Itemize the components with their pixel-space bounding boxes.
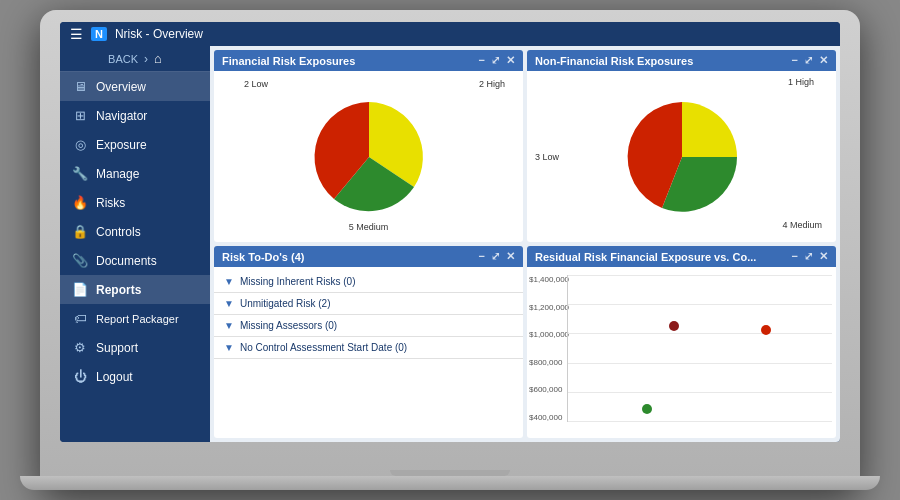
title-bar: ☰ N Nrisk - Overview bbox=[60, 22, 840, 46]
resize-btn-non-financial[interactable]: ⤢ bbox=[804, 54, 813, 67]
pie-chart-non-financial: 1 High 3 Low 4 Medium bbox=[527, 71, 836, 242]
widget-title-residual: Residual Risk Financial Exposure vs. Co.… bbox=[535, 251, 756, 263]
grid-line-4 bbox=[568, 363, 832, 364]
close-btn-residual[interactable]: ✕ bbox=[819, 250, 828, 263]
sidebar-label-controls: Controls bbox=[96, 225, 141, 239]
close-btn-non-financial[interactable]: ✕ bbox=[819, 54, 828, 67]
y-label-1: $1,400,000 bbox=[529, 275, 569, 284]
widget-controls-financial: − ⤢ ✕ bbox=[479, 54, 515, 67]
chevron-right-icon: › bbox=[144, 52, 148, 66]
y-label-6: $400,000 bbox=[529, 413, 569, 422]
sidebar-label-support: Support bbox=[96, 341, 138, 355]
todo-label-3: Missing Assessors (0) bbox=[240, 320, 337, 331]
minimize-btn-residual[interactable]: − bbox=[792, 250, 798, 263]
resize-btn-financial[interactable]: ⤢ bbox=[491, 54, 500, 67]
sidebar-item-exposure[interactable]: ◎ Exposure bbox=[60, 130, 210, 159]
todo-arrow-4: ▼ bbox=[224, 342, 234, 353]
sidebar-label-manage: Manage bbox=[96, 167, 139, 181]
sidebar-label-packager: Report Packager bbox=[96, 313, 179, 325]
sidebar-item-documents[interactable]: 📎 Documents bbox=[60, 246, 210, 275]
widget-header-non-financial: Non-Financial Risk Exposures − ⤢ ✕ bbox=[527, 50, 836, 71]
todo-label-2: Unmitigated Risk (2) bbox=[240, 298, 331, 309]
widget-non-financial-risk: Non-Financial Risk Exposures − ⤢ ✕ bbox=[527, 50, 836, 242]
logout-icon: ⏻ bbox=[72, 369, 88, 384]
sidebar-item-controls[interactable]: 🔒 Controls bbox=[60, 217, 210, 246]
sidebar-label-reports: Reports bbox=[96, 283, 141, 297]
sidebar-back[interactable]: BACK › ⌂ bbox=[60, 46, 210, 72]
sidebar-item-support[interactable]: ⚙ Support bbox=[60, 333, 210, 362]
laptop-frame: ☰ N Nrisk - Overview BACK › ⌂ 🖥 Overview… bbox=[40, 10, 860, 490]
pie-label-low-non-financial: 3 Low bbox=[535, 152, 559, 162]
close-btn-financial[interactable]: ✕ bbox=[506, 54, 515, 67]
todo-item-1[interactable]: ▼ Missing Inherent Risks (0) bbox=[214, 271, 523, 293]
widget-controls-todo: − ⤢ ✕ bbox=[479, 250, 515, 263]
risks-icon: 🔥 bbox=[72, 195, 88, 210]
navigator-icon: ⊞ bbox=[72, 108, 88, 123]
widget-todo: Risk To-Do's (4) − ⤢ ✕ ▼ Missing Inheren… bbox=[214, 246, 523, 438]
todo-label-1: Missing Inherent Risks (0) bbox=[240, 276, 356, 287]
resize-btn-residual[interactable]: ⤢ bbox=[804, 250, 813, 263]
grid-line-5 bbox=[568, 392, 832, 393]
pie-chart-financial: 2 Low 2 High 5 Medium bbox=[214, 71, 523, 242]
todo-item-4[interactable]: ▼ No Control Assessment Start Date (0) bbox=[214, 337, 523, 359]
sidebar: BACK › ⌂ 🖥 Overview ⊞ Navigator ◎ Exposu… bbox=[60, 46, 210, 442]
todo-item-3[interactable]: ▼ Missing Assessors (0) bbox=[214, 315, 523, 337]
sidebar-label-documents: Documents bbox=[96, 254, 157, 268]
widget-header-todo: Risk To-Do's (4) − ⤢ ✕ bbox=[214, 246, 523, 267]
reports-icon: 📄 bbox=[72, 282, 88, 297]
pie-label-medium-non-financial: 4 Medium bbox=[782, 220, 822, 230]
scatter-y-labels: $1,400,000 $1,200,000 $1,000,000 $800,00… bbox=[529, 275, 569, 422]
widget-controls-residual: − ⤢ ✕ bbox=[792, 250, 828, 263]
home-icon: ⌂ bbox=[154, 51, 162, 66]
minimize-btn-todo[interactable]: − bbox=[479, 250, 485, 263]
sidebar-item-manage[interactable]: 🔧 Manage bbox=[60, 159, 210, 188]
widget-controls-non-financial: − ⤢ ✕ bbox=[792, 54, 828, 67]
overview-icon: 🖥 bbox=[72, 79, 88, 94]
widget-body-todo: ▼ Missing Inherent Risks (0) ▼ Unmitigat… bbox=[214, 267, 523, 438]
back-label: BACK bbox=[108, 53, 138, 65]
close-btn-todo[interactable]: ✕ bbox=[506, 250, 515, 263]
widget-body-non-financial: 1 High 3 Low 4 Medium bbox=[527, 71, 836, 242]
grid-line-2 bbox=[568, 304, 832, 305]
sidebar-item-report-packager[interactable]: 🏷 Report Packager bbox=[60, 304, 210, 333]
minimize-btn-non-financial[interactable]: − bbox=[792, 54, 798, 67]
todo-list: ▼ Missing Inherent Risks (0) ▼ Unmitigat… bbox=[214, 267, 523, 363]
manage-icon: 🔧 bbox=[72, 166, 88, 181]
controls-icon: 🔒 bbox=[72, 224, 88, 239]
resize-btn-todo[interactable]: ⤢ bbox=[491, 250, 500, 263]
grid-line-1 bbox=[568, 275, 832, 276]
todo-arrow-1: ▼ bbox=[224, 276, 234, 287]
sidebar-item-navigator[interactable]: ⊞ Navigator bbox=[60, 101, 210, 130]
pie-label-high-financial: 2 High bbox=[479, 79, 505, 89]
pie-label-low-financial: 2 Low bbox=[244, 79, 268, 89]
packager-icon: 🏷 bbox=[72, 311, 88, 326]
grid-line-6 bbox=[568, 421, 832, 422]
sidebar-item-reports[interactable]: 📄 Reports bbox=[60, 275, 210, 304]
main-area: BACK › ⌂ 🖥 Overview ⊞ Navigator ◎ Exposu… bbox=[60, 46, 840, 442]
scatter-grid bbox=[567, 275, 832, 422]
widget-financial-risk: Financial Risk Exposures − ⤢ ✕ bbox=[214, 50, 523, 242]
widget-residual-risk: Residual Risk Financial Exposure vs. Co.… bbox=[527, 246, 836, 438]
y-label-5: $600,000 bbox=[529, 385, 569, 394]
sidebar-item-overview[interactable]: 🖥 Overview bbox=[60, 72, 210, 101]
scatter-dot-2 bbox=[761, 325, 771, 335]
todo-label-4: No Control Assessment Start Date (0) bbox=[240, 342, 407, 353]
widget-header-financial: Financial Risk Exposures − ⤢ ✕ bbox=[214, 50, 523, 71]
todo-arrow-3: ▼ bbox=[224, 320, 234, 331]
sidebar-label-logout: Logout bbox=[96, 370, 133, 384]
todo-item-2[interactable]: ▼ Unmitigated Risk (2) bbox=[214, 293, 523, 315]
sidebar-item-risks[interactable]: 🔥 Risks bbox=[60, 188, 210, 217]
widget-body-residual: $1,400,000 $1,200,000 $1,000,000 $800,00… bbox=[527, 267, 836, 438]
y-label-4: $800,000 bbox=[529, 358, 569, 367]
exposure-icon: ◎ bbox=[72, 137, 88, 152]
hamburger-icon[interactable]: ☰ bbox=[70, 26, 83, 42]
sidebar-label-navigator: Navigator bbox=[96, 109, 147, 123]
laptop-base bbox=[20, 476, 880, 490]
widget-title-financial: Financial Risk Exposures bbox=[222, 55, 355, 67]
sidebar-item-logout[interactable]: ⏻ Logout bbox=[60, 362, 210, 391]
y-label-2: $1,200,000 bbox=[529, 303, 569, 312]
pie-label-medium-financial: 5 Medium bbox=[349, 222, 389, 232]
minimize-btn-financial[interactable]: − bbox=[479, 54, 485, 67]
support-icon: ⚙ bbox=[72, 340, 88, 355]
app-title: Nrisk - Overview bbox=[115, 27, 203, 41]
